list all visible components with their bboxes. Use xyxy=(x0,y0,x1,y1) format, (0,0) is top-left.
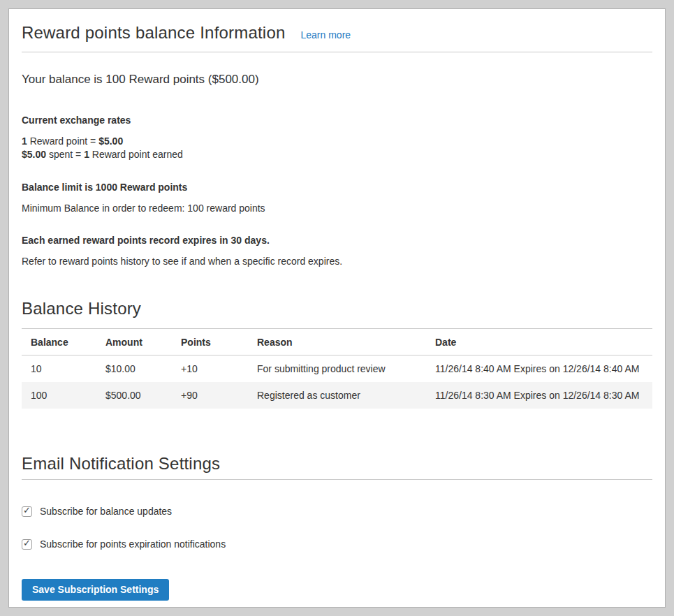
column-header-amount: Amount xyxy=(96,329,172,355)
balance-history-table: Balance Amount Points Reason Date 10 $10… xyxy=(22,329,652,409)
page-title: Reward points balance Information xyxy=(22,22,285,43)
exchange-rate-line-1: 1 Reward point = $5.00 xyxy=(22,135,652,148)
subscription-checkbox-1[interactable] xyxy=(22,539,32,550)
rate2-points: 1 xyxy=(84,149,89,160)
email-settings-title: Email Notification Settings xyxy=(22,453,652,474)
cell-balance: 100 xyxy=(22,382,96,409)
rate2-suffix: Reward point earned xyxy=(89,149,183,160)
subscription-option-balance: Subscribe for balance updates xyxy=(22,506,652,517)
column-header-balance: Balance xyxy=(22,329,96,355)
exchange-rate-line-2: $5.00 spent = 1 Reward point earned xyxy=(22,148,652,161)
page-header: Reward points balance Information Learn … xyxy=(22,22,652,52)
cell-reason: For submitting product review xyxy=(248,355,426,383)
subscription-checkbox-0[interactable] xyxy=(22,506,32,517)
expiration-rule: Each earned reward points record expires… xyxy=(22,234,652,247)
cell-reason: Registered as customer xyxy=(248,382,426,409)
balance-summary: Your balance is 100 Reward points ($500.… xyxy=(22,72,652,87)
rate1-points: 1 xyxy=(22,135,27,147)
minimum-balance: Minimum Balance in order to redeem: 100 … xyxy=(22,202,652,214)
save-subscription-settings-button[interactable]: Save Subscription Settings xyxy=(22,579,169,601)
cell-balance: 10 xyxy=(22,355,96,383)
cell-amount: $10.00 xyxy=(96,355,172,383)
rate2-text: spent = xyxy=(46,149,84,160)
cell-points: +10 xyxy=(172,355,248,383)
cell-points: +90 xyxy=(172,382,248,409)
exchange-rates: 1 Reward point = $5.00 $5.00 spent = 1 R… xyxy=(22,135,652,161)
column-header-reason: Reason xyxy=(248,329,426,355)
rate1-text: Reward point = xyxy=(27,135,98,147)
cell-date: 11/26/14 8:40 AM Expires on 12/26/14 8:4… xyxy=(426,355,652,383)
table-row: 100 $500.00 +90 Registered as customer 1… xyxy=(22,382,652,409)
subscription-label: Subscribe for balance updates xyxy=(40,506,172,517)
rate2-amount: $5.00 xyxy=(22,149,46,160)
column-header-points: Points xyxy=(172,329,248,355)
balance-limit: Balance limit is 1000 Reward points xyxy=(22,181,652,193)
balance-history-header: Balance History xyxy=(22,298,652,329)
expiration-note: Refer to reward points history to see if… xyxy=(22,255,652,267)
column-header-date: Date xyxy=(426,329,652,355)
table-row: 10 $10.00 +10 For submitting product rev… xyxy=(22,355,652,383)
subscription-label: Subscribe for points expiration notifica… xyxy=(40,538,226,550)
reward-points-panel: Reward points balance Information Learn … xyxy=(8,8,666,608)
learn-more-link[interactable]: Learn more xyxy=(300,29,351,41)
table-header-row: Balance Amount Points Reason Date xyxy=(22,329,652,355)
rate1-amount: $5.00 xyxy=(98,135,123,147)
exchange-rates-heading: Current exchange rates xyxy=(22,114,652,126)
cell-amount: $500.00 xyxy=(96,382,172,409)
cell-date: 11/26/14 8:30 AM Expires on 12/26/14 8:3… xyxy=(426,382,652,409)
balance-history-title: Balance History xyxy=(22,298,652,319)
subscription-option-expiration: Subscribe for points expiration notifica… xyxy=(22,538,652,550)
email-settings-header: Email Notification Settings xyxy=(22,453,652,480)
